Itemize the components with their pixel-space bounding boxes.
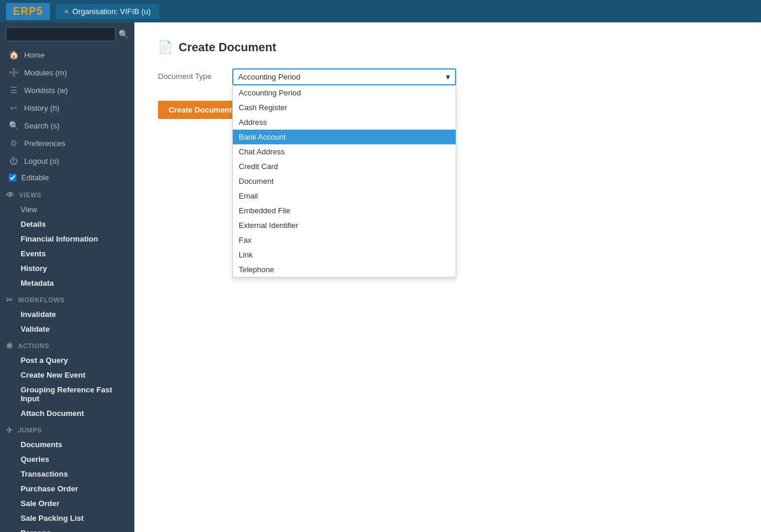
topbar: ERP5 × Organisation: VIFIB (u) <box>0 0 761 22</box>
logo-text: ERP <box>13 5 37 17</box>
page-title: Create Document <box>179 41 276 54</box>
logout-label: Logout (o) <box>24 157 59 166</box>
workflows-section-header: ✂ WORKFLOWS <box>0 290 134 307</box>
dropdown-option[interactable]: Chat Address <box>233 144 456 159</box>
sidebar-item-financial-information[interactable]: Financial Information <box>0 232 134 246</box>
create-document-button[interactable]: Create Document <box>158 101 243 119</box>
logo-number: 5 <box>37 5 43 17</box>
sidebar-item-history[interactable]: ↩ History (h) <box>0 99 134 117</box>
sidebar-item-logout[interactable]: ⏻ Logout (o) <box>0 152 134 170</box>
document-type-row: Document Type Accounting Period ▼ Accoun… <box>158 68 737 85</box>
tab-bar: × Organisation: VIFIB (u) <box>56 4 755 19</box>
logout-icon: ⏻ <box>9 156 18 166</box>
dropdown-option[interactable]: Cash Register <box>233 100 456 115</box>
active-tab[interactable]: × Organisation: VIFIB (u) <box>56 4 159 19</box>
sidebar-item-documents[interactable]: Documents <box>0 437 134 452</box>
tab-label: Organisation: VIFIB (u) <box>73 7 151 16</box>
editable-checkbox[interactable] <box>9 174 17 181</box>
document-type-dropdown[interactable]: Accounting Period ▼ Accounting PeriodCas… <box>232 68 456 85</box>
sidebar-item-events[interactable]: Events <box>0 246 134 261</box>
sidebar-item-home[interactable]: 🏠 Home <box>0 46 134 64</box>
sidebar-item-validate[interactable]: Validate <box>0 322 134 336</box>
editable-row: Editable <box>0 170 134 186</box>
dropdown-option[interactable]: Document <box>233 174 456 189</box>
views-section-header: 👁 VIEWS <box>0 186 134 202</box>
views-icon: 👁 <box>6 190 15 200</box>
worklists-icon: ☰ <box>9 85 18 95</box>
views-label: VIEWS <box>19 191 42 199</box>
actions-label: ACTIONS <box>18 342 50 349</box>
dropdown-selected[interactable]: Accounting Period ▼ <box>232 68 456 85</box>
sidebar-item-sale-packing-list[interactable]: Sale Packing List <box>0 511 134 526</box>
sidebar-item-view[interactable]: View <box>0 202 134 217</box>
sidebar: 🔍 🏠 Home ➕ Modules (m) ☰ Worklists (w) ↩… <box>0 22 134 532</box>
content-area: 📄 Create Document Document Type Accounti… <box>134 22 761 532</box>
dropdown-selected-text: Accounting Period <box>238 72 301 81</box>
jumps-label: JUMPS <box>18 427 42 434</box>
actions-section-header: ✱ ACTIONS <box>0 336 134 353</box>
page-title-area: 📄 Create Document <box>158 40 737 54</box>
history-icon: ↩ <box>9 103 18 113</box>
document-type-label: Document Type <box>158 68 223 81</box>
dropdown-option[interactable]: Telephone <box>233 262 456 277</box>
home-label: Home <box>24 51 45 60</box>
sidebar-item-purchase-order[interactable]: Purchase Order <box>0 481 134 496</box>
actions-icon: ✱ <box>6 341 14 351</box>
dropdown-option[interactable]: Fax <box>233 233 456 247</box>
sidebar-item-transactions[interactable]: Transactions <box>0 467 134 481</box>
sidebar-item-preferences[interactable]: ⚙ Preferences <box>0 134 134 152</box>
jumps-icon: ✈ <box>6 425 14 435</box>
preferences-label: Preferences <box>24 139 65 148</box>
chevron-down-icon: ▼ <box>444 73 452 81</box>
dropdown-option[interactable]: Bank Account <box>233 130 456 144</box>
sidebar-item-create-new-event[interactable]: Create New Event <box>0 368 134 382</box>
tab-close-icon[interactable]: × <box>64 7 69 16</box>
sidebar-item-queries[interactable]: Queries <box>0 452 134 467</box>
sidebar-item-persons[interactable]: Persons <box>0 526 134 532</box>
dropdown-option[interactable]: External Identifier <box>233 218 456 233</box>
sidebar-item-worklists[interactable]: ☰ Worklists (w) <box>0 81 134 99</box>
search-input[interactable] <box>6 27 116 41</box>
sidebar-item-attach-document[interactable]: Attach Document <box>0 406 134 421</box>
search-icon-button[interactable]: 🔍 <box>118 29 129 39</box>
sidebar-item-grouping-reference[interactable]: Grouping Reference Fast Input <box>0 382 134 406</box>
document-icon: 📄 <box>158 40 173 54</box>
preferences-icon: ⚙ <box>9 138 18 148</box>
modules-icon: ➕ <box>9 68 18 77</box>
dropdown-option[interactable]: Credit Card <box>233 159 456 174</box>
modules-label: Modules (m) <box>24 68 67 77</box>
search-nav-label: Search (s) <box>24 121 60 130</box>
history-label: History (h) <box>24 104 60 113</box>
workflows-label: WORKFLOWS <box>18 296 65 303</box>
worklists-label: Worklists (w) <box>24 86 68 95</box>
home-icon: 🏠 <box>9 50 18 60</box>
workflows-icon: ✂ <box>6 295 14 305</box>
search-bar: 🔍 <box>0 22 134 46</box>
sidebar-item-modules[interactable]: ➕ Modules (m) <box>0 64 134 81</box>
dropdown-option[interactable]: Link <box>233 247 456 262</box>
search-nav-icon: 🔍 <box>9 121 18 130</box>
dropdown-option[interactable]: Embedded File <box>233 203 456 218</box>
editable-label: Editable <box>21 173 49 182</box>
sidebar-item-sale-order[interactable]: Sale Order <box>0 496 134 511</box>
sidebar-item-history-view[interactable]: History <box>0 261 134 276</box>
sidebar-item-post-query[interactable]: Post a Query <box>0 353 134 368</box>
dropdown-option[interactable]: Address <box>233 115 456 130</box>
jumps-section-header: ✈ JUMPS <box>0 421 134 437</box>
sidebar-item-invalidate[interactable]: Invalidate <box>0 307 134 322</box>
logo[interactable]: ERP5 <box>6 3 50 20</box>
sidebar-item-details[interactable]: Details <box>0 217 134 232</box>
dropdown-list: Accounting PeriodCash RegisterAddressBan… <box>232 85 456 277</box>
main-layout: 🔍 🏠 Home ➕ Modules (m) ☰ Worklists (w) ↩… <box>0 22 761 532</box>
sidebar-item-metadata[interactable]: Metadata <box>0 276 134 290</box>
sidebar-item-search[interactable]: 🔍 Search (s) <box>0 117 134 134</box>
dropdown-option[interactable]: Email <box>233 189 456 203</box>
dropdown-option[interactable]: Accounting Period <box>233 85 456 100</box>
